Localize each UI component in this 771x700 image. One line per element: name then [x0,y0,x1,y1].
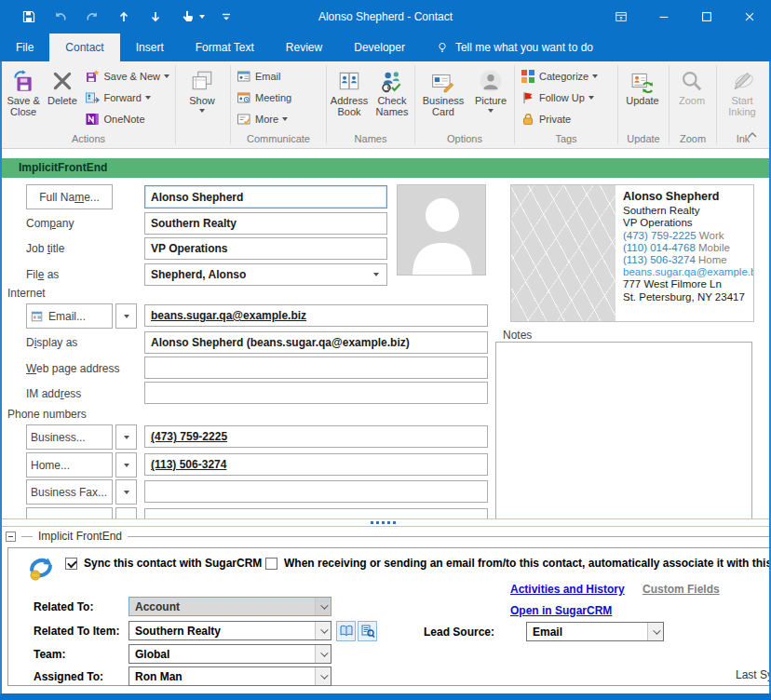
more-button[interactable]: More [232,108,296,129]
group-label-communicate: Communicate [232,132,325,148]
person-silhouette-icon [398,185,486,276]
collapse-panel-icon[interactable] [6,532,16,542]
phone-business-button-label: Business... [31,431,86,444]
tab-review[interactable]: Review [270,34,338,61]
custom-fields-link[interactable]: Custom Fields [642,583,720,596]
tab-contact[interactable]: Contact [49,34,119,61]
file-as-combobox[interactable]: Shepherd, Alonso [144,263,387,286]
delete-button[interactable]: Delete [44,62,80,132]
address-book-lookup-icon [339,624,354,639]
im-address-input[interactable] [144,382,488,404]
related-to-item-combobox[interactable]: Southern Realty [128,621,331,640]
lead-source-label: Lead Source: [424,626,494,639]
search-records-button[interactable] [358,621,377,641]
phone-business-fax-button-label: Business Fax... [31,486,107,499]
business-card-button[interactable]: Business Card [416,62,470,132]
phone-extra-input[interactable] [144,508,488,518]
email-field-dropdown[interactable] [115,303,137,329]
assigned-to-combobox[interactable]: Ron Man [128,666,331,686]
update-button[interactable]: Update [619,62,666,132]
show-button[interactable]: Show [177,62,227,132]
phone-business-input[interactable]: (473) 759-2225 [144,425,488,448]
addin-banner: ImplicitFrontEnd [2,158,769,178]
categorize-button[interactable]: Categorize [516,65,602,87]
web-page-input[interactable] [144,357,488,379]
save-close-button[interactable]: Save & Close [3,62,44,132]
ribbon-group-communicate: Email Meeting More Communicate [232,62,325,148]
maximize-icon[interactable] [685,0,728,34]
redo-icon[interactable] [82,7,102,27]
phone-business-fax-button[interactable]: Business Fax... [26,479,113,505]
follow-up-button[interactable]: Follow Up [516,87,602,108]
show-icon [190,67,214,95]
email-button[interactable]: Email [232,65,296,87]
ribbon-display-options-icon[interactable] [600,0,642,34]
tab-insert[interactable]: Insert [120,34,180,61]
phone-home-input[interactable]: (113) 506-3274 [144,453,488,476]
phone-extra-button[interactable] [26,507,113,518]
lookup-book-button[interactable] [336,621,356,641]
email-field-button[interactable]: Email... [26,303,113,329]
notes-textarea[interactable] [495,342,752,518]
ribbon-group-tags: Categorize Follow Up Private Tags [516,62,616,148]
email-input[interactable]: beans.sugar.qa@example.biz [144,304,488,327]
auto-associate-checkbox[interactable] [265,558,277,570]
forward-button[interactable]: Forward [80,87,174,108]
company-input[interactable]: Southern Realty [144,212,387,235]
phone-business-fax-dropdown[interactable] [115,479,137,505]
sync-contact-checkbox[interactable] [65,558,77,570]
private-icon [521,112,535,127]
company-label: Company [26,217,74,230]
pane-splitter[interactable] [0,518,771,527]
phone-business-dropdown[interactable] [115,424,137,450]
phone-home-dropdown[interactable] [115,452,137,478]
onenote-button[interactable]: OneNote [80,108,174,129]
meeting-button[interactable]: Meeting [232,87,296,108]
contact-photo-placeholder[interactable] [397,184,486,276]
undo-icon[interactable] [50,7,71,27]
minimize-icon[interactable] [642,0,685,34]
start-inking-button[interactable]: Start Inking [718,62,766,132]
phone-home-button[interactable]: Home... [26,452,113,478]
update-icon [630,67,655,95]
previous-item-icon[interactable] [114,7,134,27]
team-value: Global [135,648,169,661]
sync-contact-checkbox-label: Sync this contact with SugarCRM [84,557,262,570]
picture-dropdown-icon [488,109,494,113]
full-name-button[interactable]: Full Name... [26,184,113,209]
show-dropdown-icon [199,109,205,113]
phone-extra-dropdown[interactable] [115,507,137,518]
private-button[interactable]: Private [516,108,602,129]
phone-business-button[interactable]: Business... [26,424,113,450]
collapse-ribbon-icon[interactable] [747,129,758,142]
activities-history-link[interactable]: Activities and History [510,583,625,596]
open-in-sugarcrm-link[interactable]: Open in SugarCRM [510,604,612,617]
next-item-icon[interactable] [145,7,166,27]
close-icon[interactable] [728,0,771,34]
window-border-bottom[interactable] [0,693,771,700]
display-as-input[interactable]: Alonso Shepherd (beans.sugar.qa@example.… [144,331,488,354]
check-names-button[interactable]: Check Names [371,62,413,132]
full-name-input[interactable]: Alonso Shepherd [144,185,387,209]
business-card-preview[interactable]: Alonso Shepherd Southern Realty VP Opera… [510,184,754,322]
address-book-button[interactable]: Address Book [328,62,371,132]
picture-button[interactable]: Picture [470,62,511,132]
tab-developer[interactable]: Developer [338,34,421,61]
team-combobox[interactable]: Global [128,644,331,664]
related-to-combobox[interactable]: Account [128,597,331,616]
save-icon[interactable] [19,7,39,27]
zoom-button[interactable]: Zoom [670,62,713,132]
splitter-grip-icon [371,521,396,524]
tab-file[interactable]: File [0,34,49,61]
tab-format-text[interactable]: Format Text [180,34,270,61]
save-close-label: Save & Close [3,95,44,117]
job-title-input[interactable]: VP Operations [144,237,387,260]
delete-label: Delete [47,95,77,106]
save-new-label: Save & New [103,71,160,82]
tell-me-box[interactable]: Tell me what you want to do [436,34,593,61]
phone-business-fax-input[interactable] [144,480,488,503]
lead-source-combobox[interactable]: Email [526,622,664,641]
file-as-dropdown-icon [373,273,379,276]
related-to-item-dropdown-icon [315,622,331,639]
save-new-button[interactable]: Save & New [80,65,174,87]
